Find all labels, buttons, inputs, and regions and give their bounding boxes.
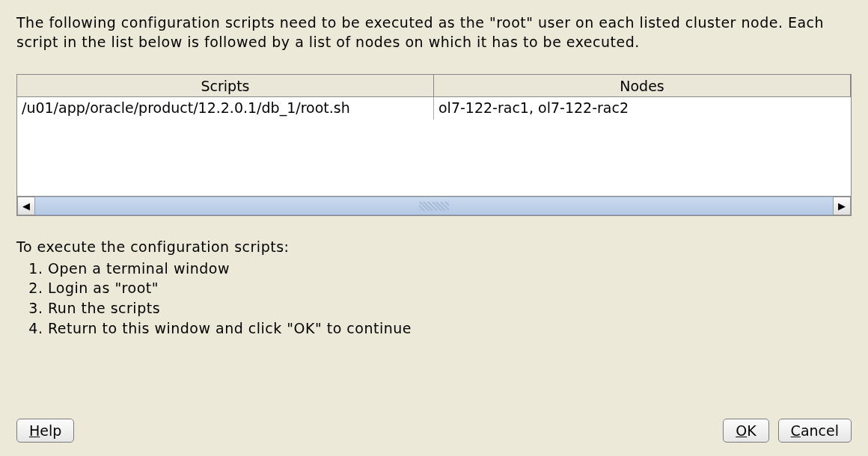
col-header-scripts[interactable]: Scripts <box>17 75 434 97</box>
help-mnemonic: H <box>29 422 40 439</box>
cell-script[interactable]: /u01/app/oracle/product/12.2.0.1/db_1/ro… <box>17 97 434 120</box>
cancel-mnemonic: C <box>791 422 801 439</box>
scroll-left-button[interactable]: ◀ <box>17 197 35 215</box>
horizontal-scrollbar[interactable]: ◀ ▶ <box>17 196 851 215</box>
help-rest: elp <box>40 422 61 439</box>
ok-button[interactable]: OK <box>723 419 768 443</box>
scroll-right-button[interactable]: ▶ <box>833 197 851 215</box>
instruction-step: Return to this window and click "OK" to … <box>48 318 852 339</box>
instructions-list: Open a terminal window Login as "root" R… <box>48 259 852 338</box>
ok-mnemonic: O <box>736 422 747 439</box>
instruction-step: Login as "root" <box>48 278 852 298</box>
scroll-track[interactable] <box>35 197 833 215</box>
intro-text: The following configuration scripts need… <box>16 13 852 52</box>
ok-rest: K <box>747 422 756 439</box>
scripts-table: Scripts Nodes /u01/app/oracle/product/12… <box>16 74 852 216</box>
help-button[interactable]: Help <box>16 419 74 443</box>
instructions-block: To execute the configuration scripts: Op… <box>16 237 852 338</box>
dialog-button-row: Help OK Cancel <box>16 404 852 443</box>
col-header-nodes[interactable]: Nodes <box>434 75 851 97</box>
cancel-button[interactable]: Cancel <box>778 419 852 443</box>
instruction-step: Run the scripts <box>48 298 852 318</box>
cancel-rest: ancel <box>801 422 839 439</box>
cell-nodes[interactable]: ol7-122-rac1, ol7-122-rac2 <box>434 97 851 120</box>
instructions-lead: To execute the configuration scripts: <box>16 237 852 257</box>
instruction-step: Open a terminal window <box>48 259 852 279</box>
scripts-grid: Scripts Nodes /u01/app/oracle/product/12… <box>17 75 851 196</box>
